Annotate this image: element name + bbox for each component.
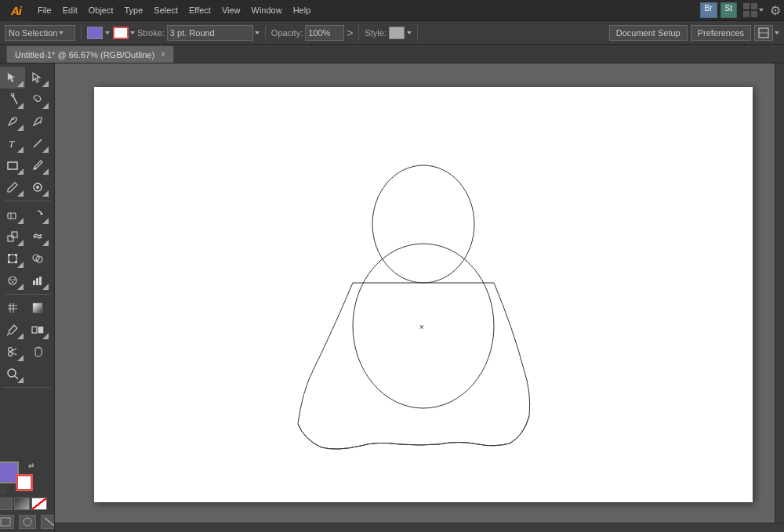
- svg-rect-8: [8, 162, 17, 169]
- blend-tool-btn[interactable]: [25, 319, 50, 341]
- canvas-area: ×: [55, 63, 784, 532]
- free-transform-tool-btn[interactable]: [0, 248, 25, 270]
- svg-line-48: [45, 518, 54, 526]
- svg-text:T: T: [9, 138, 15, 150]
- stroke-color-swatch[interactable]: [16, 474, 33, 491]
- svg-line-7: [34, 139, 42, 147]
- swap-colors-icon[interactable]: ⇄: [28, 461, 34, 469]
- svg-rect-35: [33, 303, 42, 313]
- magic-wand-tool-btn[interactable]: [0, 89, 25, 110]
- main-area: + T: [0, 63, 784, 532]
- svg-rect-37: [32, 327, 37, 333]
- icon-row-bottom: [0, 515, 55, 529]
- fill-group: [87, 27, 110, 39]
- svg-text:+: +: [38, 119, 42, 126]
- line-tool-btn[interactable]: [25, 132, 50, 154]
- menu-view[interactable]: View: [216, 0, 246, 21]
- artboard: ×: [94, 87, 753, 502]
- svg-point-49: [372, 165, 474, 283]
- arrange-controls: [754, 25, 779, 41]
- stock-btn[interactable]: St: [720, 2, 737, 18]
- opacity-input[interactable]: 100%: [305, 25, 344, 41]
- art-modes-btn[interactable]: [41, 515, 56, 529]
- eraser-tool-btn[interactable]: [0, 204, 25, 226]
- blob-brush-tool-btn[interactable]: [25, 176, 50, 198]
- none-mode-btn[interactable]: [31, 498, 47, 510]
- preferences-btn[interactable]: Preferences: [691, 25, 751, 41]
- mesh-tool-btn[interactable]: [0, 297, 25, 319]
- rotate-tool-btn[interactable]: [25, 204, 50, 226]
- svg-point-26: [13, 279, 15, 280]
- svg-rect-30: [39, 277, 42, 285]
- stroke-size-chevron[interactable]: [255, 31, 260, 34]
- svg-point-11: [36, 186, 39, 189]
- hand-tool-btn[interactable]: [25, 341, 50, 363]
- menu-file[interactable]: File: [32, 0, 57, 21]
- direct-selection-tool-btn[interactable]: [25, 67, 50, 89]
- menu-object[interactable]: Object: [83, 0, 119, 21]
- warp-tool-btn[interactable]: [25, 226, 50, 248]
- svg-rect-20: [8, 261, 10, 263]
- tab-bar: Untitled-1* @ 66.67% (RGB/Outline) ×: [0, 45, 784, 63]
- menu-type[interactable]: Type: [119, 0, 149, 21]
- change-mode-btn[interactable]: [19, 515, 36, 529]
- bridge-btn[interactable]: Br: [700, 2, 717, 18]
- vertical-scrollbar[interactable]: [775, 63, 784, 523]
- paintbrush-tool-btn[interactable]: [25, 154, 50, 176]
- add-anchor-tool-btn[interactable]: +: [25, 110, 50, 132]
- lasso-tool-btn[interactable]: [25, 89, 50, 110]
- opacity-more-btn[interactable]: >: [347, 27, 353, 39]
- menu-edit[interactable]: Edit: [57, 0, 83, 21]
- fill-swatch[interactable]: [87, 27, 103, 39]
- selection-tool-btn[interactable]: [0, 67, 25, 89]
- selection-dropdown[interactable]: No Selection: [5, 25, 75, 41]
- type-tool-btn[interactable]: T: [0, 132, 25, 154]
- stroke-label: Stroke:: [137, 28, 165, 38]
- eyedropper-tool-btn[interactable]: [0, 319, 25, 341]
- stroke-width-input[interactable]: 3 pt. Round: [167, 25, 253, 41]
- zoom-tool-btn[interactable]: [0, 363, 25, 385]
- svg-rect-16: [12, 232, 17, 237]
- arrange-icon[interactable]: ⚙: [770, 3, 781, 18]
- fill-chevron[interactable]: [105, 31, 110, 34]
- svg-rect-18: [8, 254, 10, 256]
- tab-close-btn[interactable]: ×: [161, 51, 165, 59]
- rectangle-tool-btn[interactable]: [0, 154, 25, 176]
- svg-point-47: [24, 518, 31, 526]
- gradient-mode-btn[interactable]: [14, 498, 30, 510]
- mask-mode-btn[interactable]: [0, 515, 14, 529]
- transform-btn[interactable]: [754, 25, 773, 41]
- svg-rect-28: [33, 280, 35, 285]
- scale-tool-btn[interactable]: [0, 226, 25, 248]
- menu-select[interactable]: Select: [148, 0, 183, 21]
- column-graph-tool-btn[interactable]: [25, 270, 50, 291]
- document-tab[interactable]: Untitled-1* @ 66.67% (RGB/Outline) ×: [6, 45, 174, 63]
- svg-line-36: [7, 334, 9, 335]
- color-mode-btn[interactable]: [0, 498, 13, 510]
- arrange-chevron[interactable]: [775, 31, 779, 34]
- document-setup-btn[interactable]: Document Setup: [609, 25, 688, 41]
- svg-point-27: [12, 281, 13, 283]
- stroke-chevron[interactable]: [130, 31, 135, 34]
- symbol-sprayer-tool-btn[interactable]: [0, 270, 25, 291]
- style-swatch[interactable]: [389, 27, 405, 39]
- opacity-group: Opacity: 100% >: [271, 25, 354, 41]
- gradient-tool-btn[interactable]: [25, 297, 50, 319]
- stroke-swatch[interactable]: [113, 27, 129, 39]
- menu-window[interactable]: Window: [246, 0, 288, 21]
- style-chevron[interactable]: [407, 31, 412, 34]
- toolbar: No Selection Stroke: 3 pt. Round Opacity…: [0, 21, 784, 45]
- default-colors-icon[interactable]: ⬛: [0, 485, 5, 493]
- horizontal-scrollbar[interactable]: [55, 523, 784, 532]
- scissors-tool-btn[interactable]: [0, 341, 25, 363]
- style-group: Style:: [365, 27, 412, 39]
- shape-builder-tool-btn[interactable]: [25, 248, 50, 270]
- svg-point-40: [9, 353, 13, 356]
- menu-help[interactable]: Help: [288, 0, 317, 21]
- menu-effect[interactable]: Effect: [183, 0, 216, 21]
- pencil-tool-btn[interactable]: [0, 176, 25, 198]
- empty-tool-btn: [25, 363, 50, 385]
- svg-rect-12: [8, 213, 16, 219]
- color-area: ⇄ ⬛: [0, 458, 55, 532]
- pen-tool-btn[interactable]: [0, 110, 25, 132]
